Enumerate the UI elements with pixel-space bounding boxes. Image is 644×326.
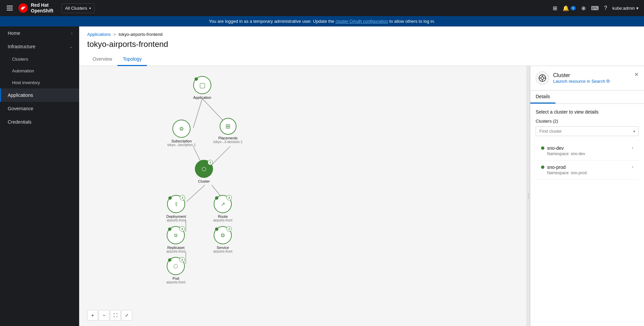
right-panel-tabs: Details: [530, 90, 644, 104]
sno-dev-status-dot: [541, 146, 544, 150]
tab-topology[interactable]: Topology: [117, 53, 147, 66]
launch-icon: ⧉: [606, 78, 609, 84]
breadcrumb-current: tokyo-airports-frontend: [119, 32, 163, 37]
page-header: Applications > tokyo-airports-frontend t…: [79, 26, 644, 66]
notifications-button[interactable]: 🔔 6: [562, 5, 576, 11]
panel-divider[interactable]: [527, 66, 530, 326]
topnav-icons: ⊞ 🔔 6 ⊕ ⌨ ? kube:admin ▾: [553, 5, 639, 11]
logo-text: Red Hat OpenShift: [31, 2, 53, 14]
main-panel: ▢ Application ⚙ Subscription tokyo-..bsc…: [79, 66, 644, 326]
cluster-icon: [536, 71, 549, 85]
breadcrumb: Applications > tokyo-airports-frontend: [87, 32, 636, 37]
page-title: tokyo-airports-frontend: [87, 40, 636, 49]
node-cluster[interactable]: ⬡ 2 Cluster: [195, 160, 213, 183]
sno-prod-name: sno-prod: [547, 165, 587, 170]
right-panel-body: Select a cluster to view details Cluster…: [530, 104, 644, 185]
node-pod[interactable]: ⬡ 2 Pod airports-front: [166, 257, 185, 284]
close-button[interactable]: ✕: [634, 71, 639, 78]
tab-overview[interactable]: Overview: [87, 53, 117, 66]
user-chevron: ▾: [636, 6, 639, 11]
fullscreen-button[interactable]: ⤢: [121, 310, 132, 321]
node-route[interactable]: ↗ 2 Route airports-front: [213, 195, 232, 222]
svg-line-4: [212, 146, 230, 165]
cluster-selector-chevron: ▾: [89, 6, 91, 10]
right-panel-header: Cluster Launch resource in Search ⧉ ✕: [530, 66, 644, 90]
select-cluster-label: Select a cluster to view details: [536, 109, 639, 115]
oauth-config-link[interactable]: cluster OAuth configuration: [335, 19, 388, 24]
zoom-out-button[interactable]: −: [99, 310, 109, 321]
user-menu[interactable]: kube:admin ▾: [612, 6, 639, 11]
sidebar-item-infrastructure[interactable]: Infrastructure ⌄: [0, 40, 79, 53]
right-panel-title: Cluster: [553, 72, 609, 78]
page-tabs: Overview Topology: [87, 53, 636, 66]
svg-point-10: [541, 77, 544, 79]
node-deployment[interactable]: ⇪ 2 Deployment airports-front: [166, 195, 186, 222]
node-subscription[interactable]: ⚙ Subscription tokyo-..bscription-1: [167, 120, 196, 147]
node-placements[interactable]: ⊞ Placements tokyo-..3-decision-1: [213, 118, 243, 144]
cluster-list-item-sno-prod[interactable]: sno-prod Namespace: sno-prod ›: [536, 160, 639, 180]
launch-resource-link[interactable]: Launch resource in Search ⧉: [553, 78, 609, 84]
sidebar-item-host-inventory[interactable]: Host inventory: [0, 77, 79, 88]
sidebar-item-home[interactable]: Home ›: [0, 26, 79, 40]
cluster-list-item-sno-dev[interactable]: sno-dev Namespace: sno-dev ›: [536, 141, 639, 160]
help-button[interactable]: ?: [604, 5, 607, 11]
home-chevron: ›: [71, 31, 72, 35]
sidebar: Home › Infrastructure ⌄ Clusters Automat…: [0, 26, 79, 326]
main-layout: Home › Infrastructure ⌄ Clusters Automat…: [0, 26, 644, 326]
node-application[interactable]: ▢ Application: [193, 76, 211, 100]
sidebar-item-automation[interactable]: Automation: [0, 65, 79, 77]
clusters-count-label: Clusters (2): [536, 119, 639, 124]
right-panel-tab-details[interactable]: Details: [530, 90, 555, 104]
topology-canvas[interactable]: ▢ Application ⚙ Subscription tokyo-..bsc…: [79, 66, 527, 326]
topnav: Red Hat OpenShift All Clusters ▾ ⊞ 🔔 6 ⊕…: [0, 0, 644, 16]
breadcrumb-applications-link[interactable]: Applications: [87, 32, 111, 37]
terminal-button[interactable]: ⌨: [591, 5, 599, 11]
zoom-in-button[interactable]: +: [87, 310, 98, 321]
fit-screen-button[interactable]: ⛶: [110, 310, 121, 321]
zoom-controls: + − ⛶ ⤢: [87, 310, 132, 321]
sno-dev-namespace: Namespace: sno-dev: [547, 151, 585, 156]
sno-dev-chevron: ›: [632, 145, 633, 150]
breadcrumb-separator: >: [113, 32, 116, 37]
svg-line-5: [186, 185, 205, 202]
sno-prod-namespace: Namespace: sno-prod: [547, 171, 587, 175]
node-replicaset[interactable]: ⧉ 2 Replicaset airports-front: [166, 226, 185, 253]
sidebar-item-applications[interactable]: Applications: [0, 88, 79, 102]
hamburger-menu[interactable]: [5, 4, 14, 12]
cluster-selector[interactable]: All Clusters ▾: [61, 3, 95, 13]
app-logo: Red Hat OpenShift: [18, 2, 53, 14]
infra-chevron: ⌄: [69, 45, 72, 49]
sidebar-item-credentials[interactable]: Credentials: [0, 115, 79, 129]
node-service[interactable]: ⚙ 2 Service airports-front: [213, 226, 232, 253]
find-cluster-input[interactable]: [536, 126, 639, 136]
right-panel: Cluster Launch resource in Search ⧉ ✕ De…: [530, 66, 644, 326]
sno-prod-chevron: ›: [632, 165, 633, 169]
grid-icon[interactable]: ⊞: [553, 5, 557, 11]
sno-dev-name: sno-dev: [547, 145, 585, 151]
info-banner: You are logged in as a temporary adminis…: [0, 16, 644, 26]
content-area: Applications > tokyo-airports-frontend t…: [79, 26, 644, 326]
sno-prod-status-dot: [541, 166, 544, 169]
topology-lines: [79, 66, 527, 326]
cluster-search-container: ▾: [536, 126, 639, 136]
sidebar-item-clusters[interactable]: Clusters: [0, 53, 79, 65]
sidebar-item-governance[interactable]: Governance: [0, 102, 79, 115]
add-button[interactable]: ⊕: [581, 5, 586, 11]
